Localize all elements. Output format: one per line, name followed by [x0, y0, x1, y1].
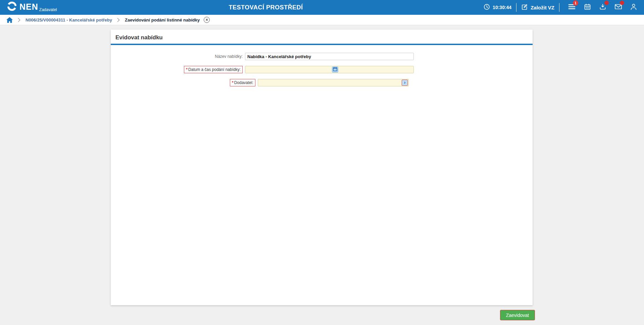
downloads-badge — [604, 1, 609, 5]
calendar-picker-icon — [333, 67, 337, 73]
form-row-nazev: Název nabídky: — [111, 53, 414, 60]
profile-button[interactable] — [626, 0, 641, 15]
edit-icon — [521, 4, 528, 11]
clock: 10:30:44 — [484, 4, 511, 11]
submit-button[interactable]: Zaevidovat — [500, 310, 535, 320]
page-title: Evidovat nabídku — [115, 34, 528, 41]
nen-logo[interactable]: NEN Zadavatel — [7, 1, 57, 13]
top-header: NEN Zadavatel TESTOVACÍ PROSTŘEDÍ 10:30:… — [0, 0, 644, 15]
offer-form: Název nabídky: * Datum a čas podání nabí… — [111, 45, 533, 86]
menu-button[interactable]: 1 — [564, 0, 580, 15]
required-marker: * — [186, 67, 188, 72]
required-marker: * — [232, 80, 234, 85]
clock-icon — [484, 4, 490, 11]
messages-button[interactable] — [610, 0, 626, 15]
calendar-icon — [584, 3, 591, 12]
datum-label: Datum a čas podání nabídky: — [188, 67, 241, 72]
close-icon: × — [206, 18, 208, 22]
chevron-right-icon — [117, 18, 120, 22]
user-icon — [630, 3, 637, 11]
menu-badge: 1 — [573, 0, 578, 6]
datepicker-button[interactable] — [332, 67, 338, 73]
dodavatel-label-box: * Dodavatel: — [230, 79, 255, 86]
breadcrumb-item-current: Zaevidování podání listinné nabídky — [125, 17, 200, 23]
downloads-button[interactable] — [595, 0, 610, 15]
supplier-lookup-button[interactable]: › — [402, 80, 408, 86]
breadcrumb: N006/25/V00004311 - Kancelářské potřeby … — [0, 15, 644, 25]
form-row-datum: * Datum a čas podání nabídky: — [111, 66, 414, 73]
chevron-right-icon — [18, 18, 20, 22]
create-vz-button[interactable]: Založit VZ — [521, 4, 554, 11]
brand-name: NEN — [19, 3, 38, 11]
dodavatel-label: Dodavatel: — [234, 80, 253, 85]
clock-time: 10:30:44 — [493, 5, 511, 10]
messages-badge — [620, 1, 624, 5]
dodavatel-input[interactable] — [258, 79, 409, 86]
datum-label-box: * Datum a čas podání nabídky: — [184, 66, 243, 73]
create-vz-label: Založit VZ — [531, 5, 554, 10]
calendar-button[interactable] — [580, 0, 595, 15]
header-divider — [516, 3, 516, 12]
environment-title: TESTOVACÍ PROSTŘEDÍ — [229, 0, 303, 15]
content-card: Evidovat nabídku Název nabídky: * Datum … — [111, 30, 533, 305]
card-header: Evidovat nabídku — [111, 30, 533, 44]
nazev-label: Název nabídky: — [215, 54, 243, 59]
breadcrumb-item-contract[interactable]: N006/25/V00004311 - Kancelářské potřeby — [26, 17, 112, 23]
datum-input[interactable] — [245, 66, 414, 73]
chevron-right-icon: › — [404, 80, 406, 85]
form-row-dodavatel: * Dodavatel: › — [111, 79, 409, 86]
close-tab-button[interactable]: × — [204, 17, 210, 23]
nazev-input[interactable] — [245, 53, 414, 60]
header-divider — [559, 3, 559, 12]
home-button[interactable] — [6, 17, 13, 23]
brand-role: Zadavatel — [39, 7, 57, 12]
nen-ring-icon — [7, 1, 17, 13]
